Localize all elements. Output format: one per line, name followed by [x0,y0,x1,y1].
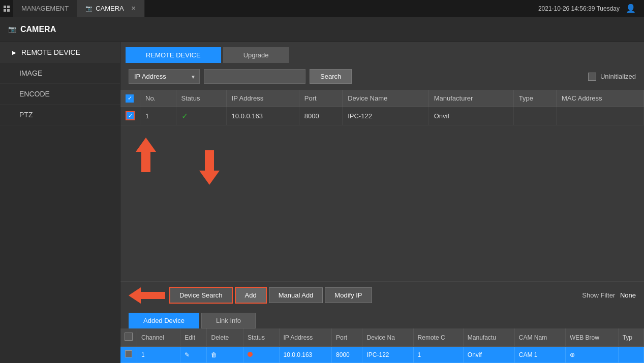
added-row-port: 8000 [332,347,362,363]
sidebar-item-image[interactable]: IMAGE [0,63,120,84]
row-no: 1 [140,107,176,125]
added-table-row[interactable]: 1 ✎ 🗑 10.0.0.163 8000 IPC-122 1 Onvif CA… [120,347,644,363]
filter-bar: IP Address Device Name MAC Address Searc… [120,63,644,90]
title-bar-clock: 2021-10-26 14:56:39 Tuesday 👤 [538,4,644,13]
row-checkbox-cell: ✓ [120,107,140,125]
device-table-wrapper: ✓ No. Status IP Address Port Device Name… [120,90,644,186]
row-ip: 10.0.0.163 [226,107,299,125]
added-col-channel: Channel [137,328,180,347]
col-type: Type [513,90,556,107]
grid-icon [4,6,10,12]
device-table: ✓ No. Status IP Address Port Device Name… [120,90,644,125]
arrow-left-indicator [129,287,165,304]
added-row-manufacturer: Onvif [463,347,514,363]
manual-add-button[interactable]: Manual Add [269,287,323,303]
added-select-all[interactable] [125,333,133,341]
camera-header-icon: 📷 [8,25,16,33]
camera-tab-label: CAMERA [96,5,124,12]
content-area: REMOTE DEVICE Upgrade IP Address Device … [120,42,644,363]
status-icon: ✓ [181,112,188,120]
clock-display: 2021-10-26 14:56:39 Tuesday [538,5,620,12]
sidebar-label-remote-device: REMOTE DEVICE [21,48,80,56]
added-col-status: Status [243,328,279,347]
added-col-devname: Device Na [362,328,413,347]
title-bar-tabs: MANAGEMENT 📷 CAMERA ✕ [13,0,144,17]
tab-management[interactable]: MANAGEMENT [13,0,77,17]
row-port: 8000 [299,107,342,125]
added-row-status [243,347,279,363]
app-header: 📷 CAMERA [0,17,644,42]
uninit-label: Uninitialized [588,73,636,81]
added-tabs: Added Device Link Info [120,309,644,328]
added-table-wrapper: Channel Edit Delete Status IP Address Po… [120,328,644,363]
sidebar-item-ptz[interactable]: PTZ [0,105,120,125]
sub-tabs: REMOTE DEVICE Upgrade [120,42,644,63]
sidebar-item-encode[interactable]: ENCODE [0,84,120,105]
added-row-type [618,347,643,363]
added-row-delete[interactable]: 🗑 [207,347,243,363]
sidebar-label-ptz: PTZ [19,111,33,119]
web-browser-icon[interactable]: ⊕ [570,351,575,358]
added-row-checkbox[interactable] [125,350,132,357]
uninit-checkbox[interactable] [588,73,596,81]
tab-added-device[interactable]: Added Device [129,313,199,328]
select-all-checkbox[interactable]: ✓ [126,94,134,103]
added-row-edit[interactable]: ✎ [180,347,207,363]
sidebar-item-remote-device[interactable]: ▶ REMOTE DEVICE [0,42,120,63]
added-col-manufacturer: Manufactu [463,328,514,347]
added-col-webbrow: WEB Brow [565,328,618,347]
arrow-icon: ▶ [12,50,16,55]
sidebar: ▶ REMOTE DEVICE IMAGE ENCODE PTZ [0,42,120,363]
show-filter-label: Show Filter [582,291,615,299]
tab-upgrade[interactable]: Upgrade [223,47,289,63]
col-mac: MAC Address [556,90,643,107]
added-row-channel: 1 [137,347,180,363]
table-row[interactable]: ✓ 1 ✓ 10.0.0.163 8000 IPC-122 Onvif [120,107,644,125]
main-layout: ▶ REMOTE DEVICE IMAGE ENCODE PTZ REMOTE … [0,42,644,363]
added-col-port: Port [332,328,362,347]
bottom-buttons: Device Search Add Manual Add Modify IP S… [120,281,644,309]
row-manufacturer: Onvif [428,107,513,125]
added-col-check [120,328,137,347]
added-col-edit: Edit [180,328,207,347]
add-button[interactable]: Add [235,287,267,304]
row-status: ✓ [176,107,226,125]
added-col-remote: Remote C [413,328,463,347]
row-type [513,107,556,125]
filter-select-wrapper: IP Address Device Name MAC Address [129,69,200,84]
sidebar-label-image: IMAGE [19,69,42,77]
added-row-remote: 1 [413,347,463,363]
status-red-dot [248,352,253,357]
tab-link-info[interactable]: Link Info [201,313,256,328]
tab-close-icon[interactable]: ✕ [131,5,136,12]
col-device-name: Device Name [343,90,429,107]
delete-icon[interactable]: 🗑 [211,351,217,358]
col-manufacturer: Manufacturer [428,90,513,107]
sidebar-label-encode: ENCODE [19,90,50,98]
search-button[interactable]: Search [310,69,352,84]
user-icon[interactable]: 👤 [626,4,636,13]
added-col-type: Typ [618,328,643,347]
row-device-name: IPC-122 [343,107,429,125]
filter-input[interactable] [204,69,305,84]
col-port: Port [299,90,342,107]
edit-icon[interactable]: ✎ [185,351,190,358]
device-search-button[interactable]: Device Search [169,287,233,304]
row-checkbox[interactable]: ✓ [126,111,135,120]
tab-camera[interactable]: 📷 CAMERA ✕ [77,0,144,17]
tab-remote-device[interactable]: REMOTE DEVICE [126,47,221,63]
added-col-ip: IP Address [279,328,332,347]
filter-select[interactable]: IP Address Device Name MAC Address [129,69,200,84]
col-ip: IP Address [226,90,299,107]
camera-tab-icon: 📷 [85,5,93,12]
added-row-webbrow[interactable]: ⊕ [565,347,618,363]
added-row-ip: 10.0.0.163 [279,347,332,363]
added-col-camname: CAM Nam [514,328,565,347]
row-checkbox-inner: ✓ [127,112,134,119]
management-tab-label: MANAGEMENT [21,5,69,12]
modify-ip-button[interactable]: Modify IP [325,287,372,303]
left-arrow-container [129,287,165,304]
added-row-devname: IPC-122 [362,347,413,363]
app-title: CAMERA [20,25,56,34]
added-row-check [120,347,137,363]
